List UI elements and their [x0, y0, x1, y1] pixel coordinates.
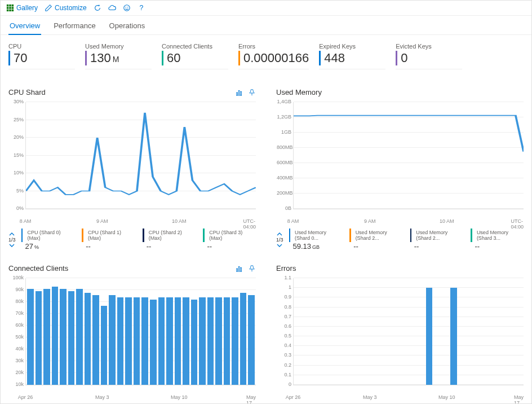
bar-chart-icon[interactable]: [236, 265, 243, 273]
gallery-label: Gallery: [16, 4, 38, 12]
refresh-button[interactable]: [94, 4, 101, 12]
sparkline: [319, 69, 385, 78]
svg-rect-8: [12, 10, 14, 12]
chart-title: Errors: [276, 264, 296, 273]
sparkline: [8, 69, 75, 78]
legend-item[interactable]: CPU (Shard 0) (Max)27%: [21, 229, 74, 251]
kpi-row: CPU 70 Used Memory 130M Connected Client…: [1, 35, 531, 80]
svg-text:?: ?: [139, 4, 143, 12]
kpi-evicted-keys[interactable]: Evicted Keys 0: [396, 43, 462, 78]
chart-x-axis: Apr 26May 3May 10May 17: [25, 394, 256, 401]
kpi-expired-keys[interactable]: Expired Keys 448: [319, 43, 385, 78]
help-icon: ?: [138, 4, 145, 12]
grid-icon: [6, 4, 14, 12]
kpi-connected-clients[interactable]: Connected Clients 60: [162, 43, 228, 78]
chart-title: Used Memory: [276, 88, 322, 96]
svg-rect-7: [9, 10, 11, 12]
legend-item[interactable]: CPU (Shard 2) (Max)--: [143, 229, 196, 251]
kpi-errors[interactable]: Errors 0.00000166: [238, 43, 309, 78]
kpi-used-memory[interactable]: Used Memory 130M: [85, 43, 152, 78]
legend-item[interactable]: Used Memory (Shard 3...--: [471, 229, 524, 251]
chart-plot[interactable]: 0%5%10%15%20%25%30%: [25, 102, 256, 209]
chart-used-memory: Used Memory 0B200MB400MB600MB800MB1GB1,2…: [276, 88, 524, 251]
chevron-up-icon[interactable]: [9, 231, 15, 237]
pin-icon[interactable]: [248, 89, 256, 96]
sparkline: [396, 69, 462, 78]
sparkline: [162, 69, 228, 78]
kpi-cpu[interactable]: CPU 70: [8, 43, 75, 78]
kpi-label: Errors: [238, 43, 309, 50]
svg-rect-13: [237, 93, 238, 95]
kpi-label: Used Memory: [85, 43, 152, 50]
kpi-label: Connected Clients: [162, 43, 228, 50]
chart-title: Connected Clients: [8, 264, 68, 273]
gallery-button[interactable]: Gallery: [6, 4, 38, 12]
svg-rect-14: [238, 90, 240, 95]
refresh-icon: [94, 4, 101, 12]
svg-rect-15: [241, 91, 242, 95]
chart-x-axis: 8 AM9 AM10 AMUTC-04:00: [293, 218, 524, 225]
chevron-up-icon[interactable]: [277, 231, 282, 237]
chart-x-axis: Apr 26May 3May 10May 17: [293, 394, 524, 401]
chart-connected-clients: Connected Clients 10k20k30k40k50k60k70k8…: [8, 264, 256, 401]
toolbar: Gallery Customize ?: [1, 1, 531, 16]
tab-operations[interactable]: Operations: [108, 19, 147, 34]
chart-plot[interactable]: 10k20k30k40k50k60k70k80k90k100k: [25, 278, 256, 385]
cloud-button[interactable]: [108, 4, 116, 12]
cloud-icon: [108, 4, 116, 12]
svg-rect-1: [9, 5, 11, 7]
svg-rect-18: [241, 267, 242, 271]
legend-item[interactable]: CPU (Shard 3) (Max)--: [203, 229, 256, 251]
customize-button[interactable]: Customize: [45, 4, 87, 12]
pin-icon[interactable]: [248, 265, 256, 273]
chart-legend: 1/3 Used Memory (Shard 0...59.13GBUsed M…: [276, 229, 524, 251]
legend-pager: 1/3: [8, 231, 16, 248]
bar-chart-icon[interactable]: [236, 89, 243, 96]
kpi-label: Evicted Keys: [396, 43, 462, 50]
svg-rect-6: [7, 10, 9, 12]
chart-cpu-shard: CPU Shard 0%5%10%15%20%25%30% 8 AM9 AM10…: [8, 88, 256, 251]
smiley-icon: [123, 4, 131, 12]
chart-errors: Errors 00.10.20.30.40.50.60.70.80.911.1 …: [276, 264, 524, 401]
customize-label: Customize: [55, 4, 87, 12]
pencil-icon: [45, 4, 52, 12]
kpi-label: CPU: [8, 43, 75, 50]
legend-item[interactable]: Used Memory (Shard 2...--: [410, 229, 463, 251]
svg-rect-0: [7, 5, 9, 7]
kpi-label: Expired Keys: [319, 43, 385, 50]
kpi-accent: [8, 51, 10, 65]
legend-item[interactable]: Used Memory (Shard 0...59.13GB: [289, 229, 342, 251]
sparkline: [238, 69, 309, 78]
tab-overview[interactable]: Overview: [8, 19, 41, 34]
help-button[interactable]: ?: [138, 4, 145, 12]
chevron-down-icon[interactable]: [277, 243, 282, 248]
chevron-down-icon[interactable]: [9, 243, 15, 248]
svg-point-9: [123, 5, 130, 11]
svg-rect-3: [7, 7, 9, 9]
chart-plot[interactable]: 0B200MB400MB600MB800MB1GB1,2GB1,4GB: [293, 102, 524, 209]
svg-rect-5: [12, 7, 14, 9]
legend-item[interactable]: CPU (Shard 1) (Max)--: [82, 229, 135, 251]
svg-point-10: [125, 7, 126, 7]
svg-rect-17: [238, 266, 240, 271]
svg-rect-16: [237, 269, 238, 271]
tabs: Overview Performance Operations: [1, 16, 531, 35]
chart-legend: 1/3 CPU (Shard 0) (Max)27%CPU (Shard 1) …: [8, 229, 256, 251]
svg-rect-4: [9, 7, 11, 9]
tab-performance[interactable]: Performance: [52, 19, 96, 34]
sparkline: [85, 69, 152, 78]
legend-pager: 1/3: [276, 231, 283, 248]
charts-grid: CPU Shard 0%5%10%15%20%25%30% 8 AM9 AM10…: [1, 80, 531, 404]
feedback-button[interactable]: [123, 4, 131, 12]
chart-x-axis: 8 AM9 AM10 AMUTC-04:00: [25, 218, 256, 225]
svg-rect-2: [12, 5, 14, 7]
svg-point-11: [127, 7, 128, 7]
chart-title: CPU Shard: [8, 88, 46, 96]
legend-item[interactable]: Used Memory (Shard 2...--: [349, 229, 402, 251]
chart-plot[interactable]: 00.10.20.30.40.50.60.70.80.911.1: [293, 278, 524, 385]
